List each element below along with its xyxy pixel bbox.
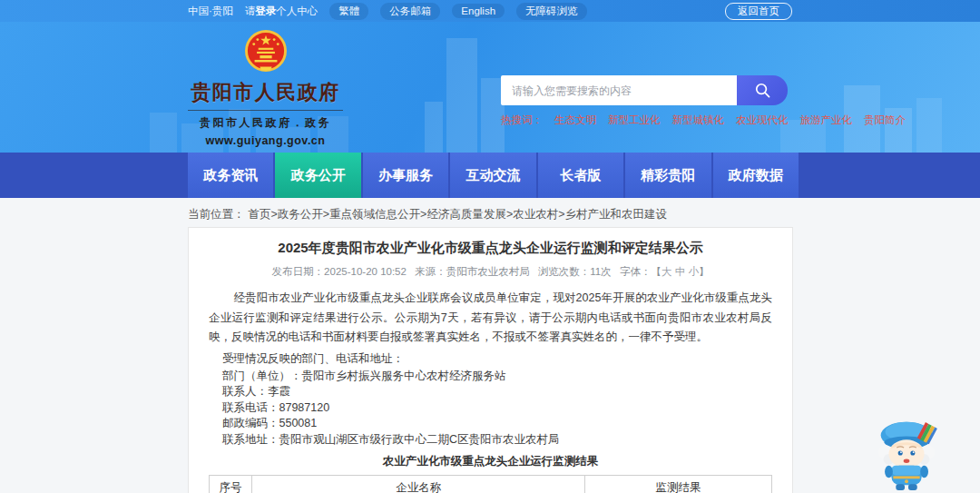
- hot-word-link[interactable]: 新型工业化: [608, 113, 661, 127]
- city-skyline: [0, 22, 980, 153]
- table-caption: 农业产业化市级重点龙头企业运行监测结果: [209, 454, 772, 469]
- hot-word-link[interactable]: 农业现代化: [736, 113, 789, 127]
- main-navigation-inner: 政务资讯 政务公开 办事服务 互动交流 长者版 精彩贵阳 政府数据: [188, 153, 799, 198]
- font-size-label-close: 】: [699, 266, 710, 277]
- breadcrumb: 当前位置： 首页>政务公开>重点领域信息公开>经济高质量发展>农业农村>乡村产业…: [188, 207, 980, 222]
- login-bold-text: 登录: [255, 5, 276, 16]
- logo-divider: [188, 110, 343, 111]
- nav-tab-zhengwu-zixun[interactable]: 政务资讯: [188, 153, 273, 198]
- publish-date: 发布日期：2025-10-20 10:52: [272, 266, 407, 277]
- breadcrumb-label: 当前位置：: [188, 207, 245, 222]
- search-icon: [754, 82, 771, 99]
- hot-word-link[interactable]: 生态文明: [554, 113, 596, 127]
- search-input[interactable]: [501, 75, 737, 105]
- font-size-label: 字体：【: [620, 266, 662, 277]
- font-size-medium-button[interactable]: 中: [675, 266, 686, 277]
- search-area: 热搜词： 生态文明 新型工业化 新型城镇化 农业现代化 旅游产业化 贵阳简介: [501, 75, 788, 127]
- site-name: 贵阳市人民政府: [186, 79, 345, 106]
- return-home-button[interactable]: 返回首页: [725, 3, 792, 20]
- main-navigation: 政务资讯 政务公开 办事服务 互动交流 长者版 精彩贵阳 政府数据: [0, 153, 980, 198]
- article-paragraph-main: 经贵阳市农业产业化市级重点龙头企业联席会议成员单位审定，现对2025年开展的农业…: [209, 289, 772, 348]
- header-company-name: 企业名称: [252, 476, 585, 493]
- nav-tab-zhengwu-gongkai[interactable]: 政务公开: [275, 153, 360, 198]
- region-link[interactable]: 中国·贵阳: [188, 5, 233, 18]
- hot-word-link[interactable]: 贵阳简介: [864, 113, 906, 127]
- search-box: [501, 75, 788, 105]
- hot-search-words: 热搜词： 生态文明 新型工业化 新型城镇化 农业现代化 旅游产业化 贵阳简介: [501, 113, 788, 127]
- nav-tab-zhangzheban[interactable]: 长者版: [538, 153, 623, 198]
- top-utility-bar-inner: 中国·贵阳 请登录个人中心 繁體 公务邮箱 English 无障碍浏览 返回首页: [188, 0, 792, 22]
- search-button[interactable]: [737, 75, 788, 105]
- font-size-small-button[interactable]: 小: [688, 266, 699, 277]
- view-count: 浏览次数：11次: [538, 266, 612, 277]
- contact-address: 联系地址：贵阳市观山湖区市级行政中心二期C区贵阳市农业农村局: [209, 432, 772, 449]
- breadcrumb-path[interactable]: 首页>政务公开>重点领域信息公开>经济高质量发展>农业农村>乡村产业和农田建设: [249, 207, 668, 222]
- contact-department: 部门（单位）：贵阳市乡村振兴服务中心农村经济服务站: [209, 369, 772, 385]
- site-subtitle: 贵阳市人民政府．政务: [186, 115, 345, 131]
- assistant-mascot[interactable]: [867, 411, 947, 491]
- header-monitoring-result: 监测结果: [585, 476, 772, 493]
- nav-tab-zhengfu-shuju[interactable]: 政府数据: [713, 153, 799, 198]
- hot-word-link[interactable]: 旅游产业化: [800, 113, 853, 127]
- hot-word-link[interactable]: 新型城镇化: [672, 113, 725, 127]
- monitoring-result-table: 序号 企业名称 监测结果 1 贵州合力超市采购有限公司 合格 2 贵州友禾种业有…: [209, 475, 772, 493]
- font-size-large-button[interactable]: 大: [662, 266, 672, 277]
- site-url: www.guiyang.gov.cn: [186, 134, 345, 147]
- article-title: 2025年度贵阳市农业产业化市级重点龙头企业运行监测和评定结果公示: [209, 240, 772, 257]
- national-emblem-icon: [240, 29, 291, 77]
- nav-tab-jingcai-guiyang[interactable]: 精彩贵阳: [625, 153, 710, 198]
- nav-tab-banshi-fuwu[interactable]: 办事服务: [363, 153, 448, 198]
- english-button[interactable]: English: [452, 4, 505, 18]
- traditional-chinese-button[interactable]: 繁體: [329, 3, 368, 20]
- hot-search-label: 热搜词：: [501, 113, 543, 127]
- article-meta: 发布日期：2025-10-20 10:52 来源：贵阳市农业农村局 浏览次数：1…: [209, 265, 772, 279]
- site-logo-block[interactable]: 贵阳市人民政府 贵阳市人民政府．政务 www.guiyang.gov.cn: [186, 29, 345, 147]
- site-banner: 贵阳市人民政府 贵阳市人民政府．政务 www.guiyang.gov.cn 热搜…: [0, 22, 980, 153]
- article-source: 来源：贵阳市农业农村局: [415, 266, 530, 277]
- article-paragraph-contact-intro: 受理情况反映的部门、电话和地址：: [209, 350, 772, 369]
- table-header-row: 序号 企业名称 监测结果: [210, 476, 772, 493]
- login-link[interactable]: 请登录个人中心: [245, 5, 318, 18]
- accessibility-button[interactable]: 无障碍浏览: [516, 3, 587, 20]
- contact-phone: 联系电话：87987120: [209, 400, 772, 417]
- contact-person: 联系人：李霞: [209, 384, 772, 400]
- official-mail-button[interactable]: 公务邮箱: [380, 3, 440, 20]
- nav-tab-hudong-jiaoliu[interactable]: 互动交流: [450, 153, 535, 198]
- top-utility-bar: 中国·贵阳 请登录个人中心 繁體 公务邮箱 English 无障碍浏览 返回首页: [0, 0, 980, 22]
- article-panel: 2025年度贵阳市农业产业化市级重点龙头企业运行监测和评定结果公示 发布日期：2…: [188, 227, 793, 493]
- header-serial-number: 序号: [210, 476, 252, 493]
- contact-postcode: 邮政编码：550081: [209, 416, 772, 432]
